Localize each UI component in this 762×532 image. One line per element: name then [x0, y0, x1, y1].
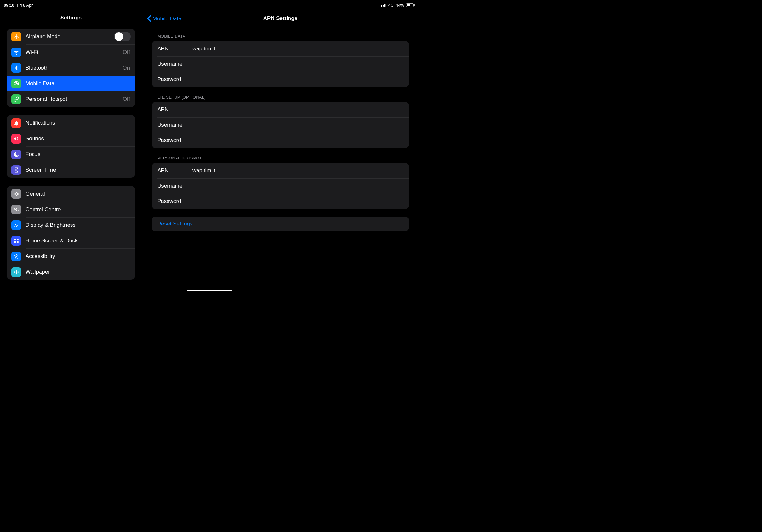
field-password[interactable]: Password	[152, 133, 409, 148]
status-date: Fri 8 Apr	[17, 3, 33, 8]
sidebar-item-notifications[interactable]: Notifications	[7, 115, 135, 131]
moon-icon	[12, 150, 21, 159]
sidebar-item-label: Personal Hotspot	[26, 96, 118, 102]
svg-text:A: A	[17, 225, 18, 227]
field-label: Password	[157, 76, 192, 83]
username-input[interactable]	[192, 61, 403, 67]
accessibility-icon	[12, 252, 21, 261]
status-network: 4G	[388, 3, 394, 8]
sidebar-item-accessibility[interactable]: Accessibility	[7, 248, 135, 264]
sidebar-item-wifi[interactable]: Wi-Fi Off	[7, 44, 135, 60]
grid-icon	[12, 236, 21, 245]
section-reset: Reset Settings	[152, 217, 409, 231]
section-header: PERSONAL HOTSPOT	[152, 156, 409, 163]
sidebar-item-screen-time[interactable]: Screen Time	[7, 162, 135, 178]
svg-point-8	[16, 270, 17, 271]
password-input[interactable]	[192, 76, 403, 83]
sidebar-item-display[interactable]: AA Display & Brightness	[7, 217, 135, 233]
section-mobile-data: MOBILE DATA APN Username Password	[152, 34, 409, 87]
chevron-left-icon	[147, 15, 151, 22]
field-password[interactable]: Password	[152, 72, 409, 87]
field-password[interactable]: Password	[152, 194, 409, 209]
sidebar-group-connectivity: Airplane Mode Wi-Fi Off Bluetooth On	[7, 29, 135, 107]
svg-rect-3	[17, 238, 19, 240]
sidebar-group-attention: Notifications Sounds Focus	[7, 115, 135, 178]
field-label: APN	[157, 106, 192, 113]
sidebar-group-device: General Control Centre AA Display & Brig…	[7, 186, 135, 280]
sidebar-item-home-screen[interactable]: Home Screen & Dock	[7, 233, 135, 248]
bell-icon	[12, 118, 21, 128]
apn-input[interactable]	[192, 167, 403, 174]
airplane-icon	[12, 32, 21, 41]
apn-input[interactable]	[192, 106, 403, 113]
sidebar-item-sounds[interactable]: Sounds	[7, 131, 135, 146]
field-label: Username	[157, 122, 192, 128]
status-bar: 09:10 Fri 8 Apr 4G 44%	[0, 1, 419, 9]
home-indicator[interactable]	[187, 290, 232, 291]
sidebar-item-label: Airplane Mode	[26, 33, 110, 40]
apn-input[interactable]	[192, 46, 403, 52]
reset-card: Reset Settings	[152, 217, 409, 231]
detail-pane: Mobile Data APN Settings MOBILE DATA APN…	[142, 9, 419, 293]
svg-point-7	[16, 271, 17, 273]
text-size-icon: AA	[12, 220, 21, 230]
sidebar-item-label: General	[26, 191, 130, 197]
reset-label: Reset Settings	[157, 221, 193, 227]
sidebar-item-label: Accessibility	[26, 253, 130, 260]
section-header: MOBILE DATA	[152, 34, 409, 41]
sidebar-item-value: Off	[123, 96, 130, 102]
sidebar-item-bluetooth[interactable]: Bluetooth On	[7, 60, 135, 76]
section-card: APN Username Password	[152, 41, 409, 87]
status-time: 09:10	[4, 3, 14, 8]
sidebar-item-label: Home Screen & Dock	[26, 237, 130, 244]
field-username[interactable]: Username	[152, 56, 409, 72]
section-header: LTE SETUP (OPTIONAL)	[152, 95, 409, 102]
antenna-icon	[12, 79, 21, 88]
svg-rect-4	[14, 241, 16, 243]
back-button[interactable]: Mobile Data	[147, 15, 182, 22]
sidebar-item-airplane[interactable]: Airplane Mode	[7, 29, 135, 44]
settings-sidebar: Settings Airplane Mode Wi-Fi Off	[0, 9, 142, 293]
username-input[interactable]	[192, 183, 403, 189]
sidebar-item-label: Display & Brightness	[26, 222, 130, 229]
sidebar-item-mobile-data[interactable]: Mobile Data	[7, 76, 135, 91]
password-input[interactable]	[192, 198, 403, 204]
sidebar-item-hotspot[interactable]: Personal Hotspot Off	[7, 91, 135, 107]
field-apn[interactable]: APN	[152, 41, 409, 56]
svg-point-6	[16, 254, 17, 255]
field-username[interactable]: Username	[152, 117, 409, 133]
username-input[interactable]	[192, 122, 403, 128]
sidebar-item-label: Bluetooth	[26, 65, 118, 71]
field-label: Username	[157, 61, 192, 67]
password-input[interactable]	[192, 137, 403, 144]
field-username[interactable]: Username	[152, 178, 409, 194]
sidebar-item-label: Wi-Fi	[26, 49, 118, 55]
sidebar-item-label: Mobile Data	[26, 80, 130, 87]
reset-settings-button[interactable]: Reset Settings	[152, 217, 409, 231]
sidebar-item-label: Screen Time	[26, 167, 130, 173]
sidebar-item-wallpaper[interactable]: Wallpaper	[7, 264, 135, 280]
sidebar-item-label: Focus	[26, 151, 130, 158]
sidebar-item-label: Wallpaper	[26, 269, 130, 275]
gear-icon	[12, 189, 21, 199]
sidebar-item-label: Control Centre	[26, 206, 130, 213]
field-apn[interactable]: APN	[152, 102, 409, 117]
field-label: Password	[157, 137, 192, 144]
svg-point-11	[17, 271, 19, 273]
sidebar-item-label: Notifications	[26, 120, 130, 126]
detail-title: APN Settings	[263, 15, 298, 22]
field-apn[interactable]: APN	[152, 163, 409, 178]
sidebar-item-general[interactable]: General	[7, 186, 135, 202]
sidebar-item-focus[interactable]: Focus	[7, 146, 135, 162]
airplane-toggle[interactable]	[114, 32, 130, 41]
svg-rect-5	[17, 241, 19, 243]
wifi-icon	[12, 47, 21, 57]
status-battery-pct: 44%	[396, 3, 404, 8]
section-lte-setup: LTE SETUP (OPTIONAL) APN Username Passwo…	[152, 95, 409, 148]
battery-icon	[406, 3, 415, 7]
field-label: APN	[157, 167, 192, 174]
field-label: Username	[157, 183, 192, 189]
flower-icon	[12, 267, 21, 277]
sidebar-item-control-centre[interactable]: Control Centre	[7, 202, 135, 217]
switches-icon	[12, 205, 21, 214]
